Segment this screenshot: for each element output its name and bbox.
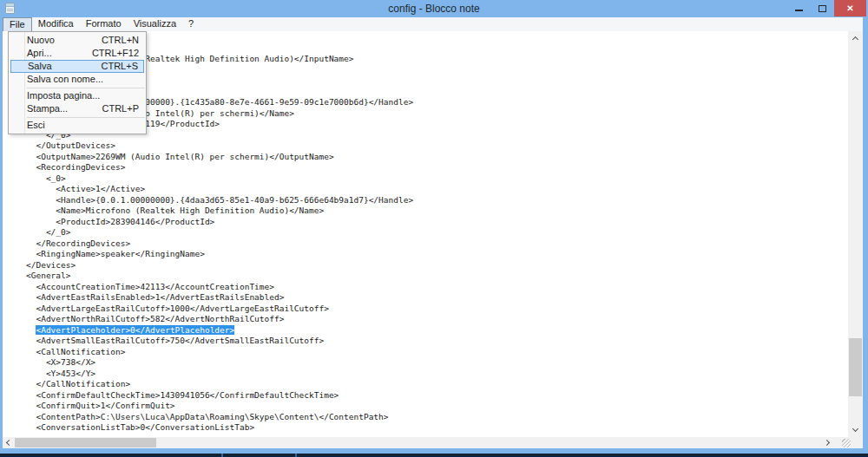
- vertical-scrollbar[interactable]: [848, 31, 863, 437]
- editor-line[interactable]: <_0>: [26, 75, 848, 87]
- editor-line[interactable]: <CallNotification>: [26, 347, 848, 358]
- menu-item-label: Apri...: [27, 47, 92, 60]
- editor-line[interactable]: <AdvertLargeEastRailCutoff>1000</AdvertL…: [26, 304, 848, 315]
- menu-item-label: Salva: [28, 61, 102, 72]
- horizontal-scrollbar[interactable]: [3, 437, 833, 448]
- file-menu-item-salva[interactable]: SalvaCTRL+S: [10, 60, 144, 73]
- editor-line[interactable]: <ConfirmQuit>1</ConfirmQuit>: [26, 401, 848, 412]
- window-controls: ✕: [787, 0, 868, 17]
- editor-line[interactable]: </RecordingDevices>: [26, 238, 848, 250]
- scroll-down-icon[interactable]: [852, 426, 858, 432]
- horizontal-scrollbar-thumb[interactable]: [15, 438, 156, 447]
- editor-line[interactable]: <OutputName>2269WM (Audio Intel(R) per s…: [26, 152, 848, 163]
- resize-grip-icon[interactable]: [842, 439, 851, 447]
- editor-line[interactable]: <ConfirmDefaultCheckTime>1430941056</Con…: [26, 390, 848, 402]
- maximize-button[interactable]: [811, 0, 834, 16]
- editor-line[interactable]: <OutputDevices>: [26, 65, 848, 76]
- editor-line[interactable]: <Name>Microfono (Realtek High Definition…: [26, 206, 848, 217]
- editor-line[interactable]: </Devices>: [26, 260, 848, 271]
- notepad-window: config - Blocco note ✕ FileModificaForma…: [0, 0, 868, 457]
- editor-line[interactable]: <X>738</X>: [26, 357, 848, 369]
- menu-item-shortcut: CTRL+F12: [92, 47, 139, 60]
- menu-item-label: Imposta pagina...: [27, 89, 139, 102]
- editor-line[interactable]: <ConversationListTab>0</ConversationList…: [26, 422, 848, 434]
- editor-line[interactable]: <AdvertSmallEastRailCutoff>750</AdvertSm…: [26, 336, 848, 347]
- editor-line[interactable]: <AdvertEastRailsEnabled>1</AdvertEastRai…: [26, 292, 848, 304]
- file-menu-item-esci[interactable]: Esci: [10, 119, 144, 132]
- scroll-right-icon[interactable]: [824, 440, 830, 446]
- menubar-item-help[interactable]: ?: [182, 17, 200, 31]
- menu-item-label: Nuovo: [27, 34, 102, 47]
- editor-line[interactable]: <Y>453</Y>: [26, 369, 848, 380]
- taskbar-strip: [0, 454, 868, 457]
- menu-item-shortcut: CTRL+S: [102, 61, 139, 72]
- file-menu-item-salva-con-nome[interactable]: Salva con nome...: [10, 73, 144, 86]
- editor-line[interactable]: <Handle>{0.0.1.00000000}.{4daa3d65-85e1-…: [26, 195, 848, 206]
- window-border-right: [863, 17, 868, 449]
- menubar-item-file[interactable]: File: [3, 17, 32, 31]
- editor-line[interactable]: <InputName>Microfono (Realtek High Defin…: [26, 54, 848, 65]
- menu-item-shortcut: CTRL+P: [102, 102, 140, 115]
- menu-item-shortcut: CTRL+N: [102, 34, 139, 47]
- editor-line[interactable]: <ProductId>2767530119</ProductId>: [26, 119, 848, 130]
- editor-line[interactable]: <Name>2269WM (Audio Intel(R) per schermi…: [26, 108, 848, 120]
- editor-line[interactable]: <ContentPath>C:\Users\Luca\AppData\Roami…: [26, 412, 848, 423]
- editor-line[interactable]: <AdvertPlaceholder>0</AdvertPlaceholder>: [26, 325, 848, 336]
- editor-line[interactable]: </_0>: [26, 130, 848, 141]
- window-title: config - Blocco note: [0, 0, 868, 17]
- minimize-button[interactable]: [787, 0, 811, 16]
- editor-line[interactable]: <AdvertNorthRailCutoff>582</AdvertNorthR…: [26, 314, 848, 325]
- file-menu-item-stampa[interactable]: Stampa...CTRL+P: [10, 102, 144, 115]
- file-dropdown-menu: NuovoCTRL+NApri...CTRL+F12SalvaCTRL+SSal…: [8, 31, 147, 134]
- menubar-item-visualizza[interactable]: Visualizza: [128, 17, 182, 31]
- menu-item-label: Salva con nome...: [27, 73, 139, 86]
- menu-item-label: Esci: [27, 119, 139, 132]
- editor-line[interactable]: <_0>: [26, 173, 848, 185]
- scroll-up-icon[interactable]: [852, 36, 858, 42]
- scroll-left-icon[interactable]: [6, 440, 12, 446]
- menu-bar: FileModificaFormatoVisualizza?: [3, 17, 863, 31]
- file-menu-item-apri[interactable]: Apri...CTRL+F12: [10, 47, 144, 60]
- file-menu-item-imposta-pagina[interactable]: Imposta pagina...: [10, 89, 144, 102]
- editor-line[interactable]: </_0>: [26, 227, 848, 238]
- maximize-icon: [819, 5, 826, 12]
- close-icon: ✕: [846, 3, 853, 13]
- menu-separator: [27, 117, 145, 118]
- menu-separator: [27, 88, 145, 88]
- minimize-icon: [795, 10, 803, 11]
- editor-line[interactable]: <InputDevices/>: [26, 43, 848, 55]
- taskbar-tick: [295, 454, 297, 457]
- selected-text[interactable]: <AdvertPlaceholder>0</AdvertPlaceholder>: [36, 325, 234, 335]
- editor-line[interactable]: <Active>1</Active>: [26, 87, 848, 98]
- editor-line[interactable]: <Handle>{0.0.0.00000000}.{1c435a80-8e7e-…: [26, 97, 848, 108]
- editor-line[interactable]: </CallNotification>: [26, 379, 848, 390]
- editor-line[interactable]: <RingingName>speaker</RingingName>: [26, 249, 848, 260]
- vertical-scrollbar-thumb[interactable]: [849, 338, 862, 396]
- menubar-item-modifica[interactable]: Modifica: [32, 17, 80, 31]
- file-menu-item-nuovo[interactable]: NuovoCTRL+N: [10, 34, 144, 47]
- scrollbar-corner: [833, 437, 863, 448]
- taskbar-tick: [221, 454, 223, 457]
- menubar-item-formato[interactable]: Formato: [80, 17, 128, 31]
- editor-line[interactable]: <RecordingDevices>: [26, 162, 848, 173]
- editor-line[interactable]: <General>: [26, 271, 848, 282]
- menu-item-label: Stampa...: [27, 102, 102, 115]
- editor-line[interactable]: <Active>1</Active>: [26, 184, 848, 195]
- editor-line[interactable]: <Devices>: [26, 32, 848, 43]
- editor-line[interactable]: </OutputDevices>: [26, 140, 848, 152]
- close-button[interactable]: ✕: [834, 0, 866, 16]
- editor-line[interactable]: <AccountCreationTime>42113</AccountCreat…: [26, 282, 848, 293]
- editor-line[interactable]: <ProductId>283904146</ProductId>: [26, 217, 848, 228]
- window-border-left: [0, 17, 3, 449]
- title-bar[interactable]: config - Blocco note ✕: [0, 0, 868, 17]
- line-indent: [26, 325, 36, 335]
